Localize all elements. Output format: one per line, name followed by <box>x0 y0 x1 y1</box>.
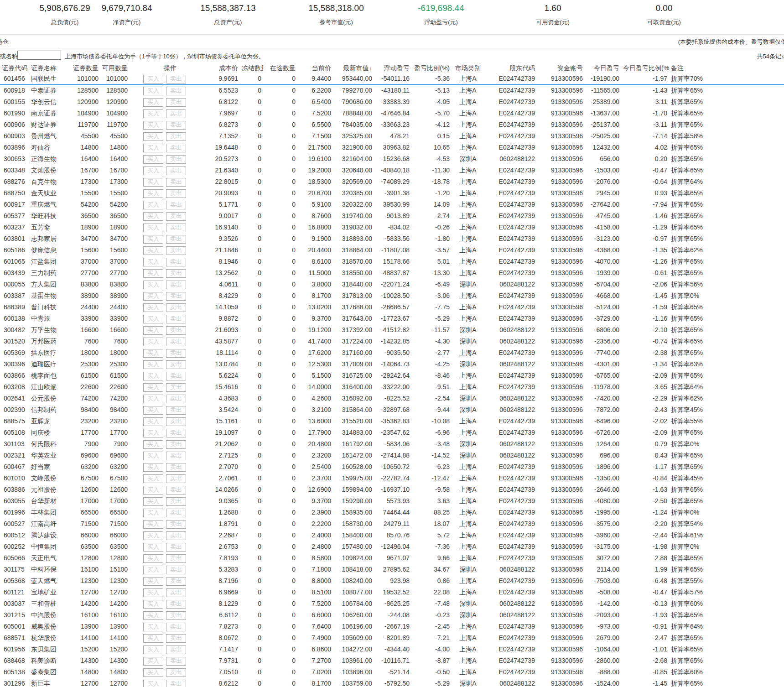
buy-button[interactable]: 买入 <box>143 554 163 563</box>
buy-button[interactable]: 买入 <box>143 406 163 415</box>
table-row[interactable]: 688750金天钛业1550015500买入卖出20.90930020.6700… <box>0 187 784 199</box>
sell-button[interactable]: 卖出 <box>166 98 186 107</box>
sell-button[interactable]: 卖出 <box>166 429 186 437</box>
col-header-0[interactable]: 证券代码 <box>0 63 29 73</box>
table-row[interactable]: 603801志邦家居3470034700买入卖出9.3526009.190031… <box>0 233 784 245</box>
buy-button[interactable]: 买入 <box>143 167 163 175</box>
table-row[interactable]: 601996丰林集团6650066500买入卖出1.2688002.390015… <box>0 507 784 518</box>
buy-button[interactable]: 买入 <box>143 258 163 266</box>
table-row[interactable]: 688389普门科技2440024400买入卖出14.10590013.0200… <box>0 302 784 313</box>
buy-button[interactable]: 买入 <box>143 417 163 426</box>
table-row[interactable]: 601121宝地矿业1270012700买入卖出6.9669008.510010… <box>0 587 784 598</box>
table-row[interactable]: 600467好当家6320063200买入卖出2.7070002.5400160… <box>0 461 784 473</box>
tab-positions[interactable]: 持仓 <box>0 38 9 46</box>
sell-button[interactable]: 卖出 <box>166 395 186 403</box>
buy-button[interactable]: 买入 <box>143 611 163 620</box>
table-row[interactable]: 605377华旺科技3650036500买入卖出9.0017008.760031… <box>0 210 784 222</box>
sell-button[interactable]: 卖出 <box>166 543 186 552</box>
buy-button[interactable]: 买入 <box>143 452 163 460</box>
sell-button[interactable]: 卖出 <box>166 144 186 152</box>
buy-button[interactable]: 买入 <box>143 212 163 221</box>
buy-button[interactable]: 买入 <box>143 281 163 289</box>
table-row[interactable]: 300482万孚生物1660016600买入卖出21.60930019.1200… <box>0 324 784 336</box>
buy-button[interactable]: 买入 <box>143 600 163 609</box>
table-row[interactable]: 603348文灿股份1670016700买入卖出21.63400019.2000… <box>0 165 784 176</box>
sell-button[interactable]: 卖出 <box>166 178 186 187</box>
table-row[interactable]: 603208江山欧派2260022600买入卖出15.46160014.0000… <box>0 381 784 393</box>
table-row[interactable]: 603439三力制药2770027700买入卖出13.25620011.5000… <box>0 267 784 279</box>
sell-button[interactable]: 卖出 <box>166 577 186 586</box>
table-row[interactable]: 600527江南高纤7150071500买入卖出1.8791002.220015… <box>0 518 784 530</box>
col-header-2[interactable]: 证券数量 <box>71 63 100 73</box>
sell-button[interactable]: 卖出 <box>166 155 186 164</box>
col-header-17[interactable]: 备注 <box>669 63 784 73</box>
buy-button[interactable]: 买入 <box>143 224 163 232</box>
buy-button[interactable]: 买入 <box>143 360 163 369</box>
col-header-6[interactable]: 冻结数量 <box>240 63 263 73</box>
table-row[interactable]: 301520万邦医药76007600买入卖出43.58770041.740031… <box>0 336 784 347</box>
buy-button[interactable]: 买入 <box>143 269 163 278</box>
table-row[interactable]: 601990南京证券104900104900买入卖出7.9697007.5200… <box>0 108 784 119</box>
sell-button[interactable]: 卖出 <box>166 303 186 312</box>
col-header-12[interactable]: 市场类别 <box>452 63 484 73</box>
buy-button[interactable]: 买入 <box>143 588 163 597</box>
table-row[interactable]: 601956东贝集团1520015200买入卖出7.1417006.860010… <box>0 644 784 655</box>
buy-button[interactable]: 买入 <box>143 395 163 403</box>
sell-button[interactable]: 卖出 <box>166 292 186 301</box>
sell-button[interactable]: 卖出 <box>166 623 186 631</box>
col-header-10[interactable]: 浮动盈亏 <box>374 63 411 73</box>
buy-button[interactable]: 买入 <box>143 121 163 130</box>
sell-button[interactable]: 卖出 <box>166 326 186 335</box>
table-row[interactable]: 605368蓝天燃气1230012300买入卖出8.7196008.800010… <box>0 575 784 587</box>
sell-button[interactable]: 卖出 <box>166 121 186 130</box>
sell-button[interactable]: 卖出 <box>166 132 186 141</box>
table-row[interactable]: 605186健麾信息1560015600买入卖出21.18460020.4400… <box>0 245 784 256</box>
buy-button[interactable]: 买入 <box>143 303 163 312</box>
buy-button[interactable]: 买入 <box>143 235 163 244</box>
buy-button[interactable]: 买入 <box>143 246 163 255</box>
sell-button[interactable]: 卖出 <box>166 383 186 392</box>
buy-button[interactable]: 买入 <box>143 189 163 198</box>
table-row[interactable]: 600903贵州燃气4550045500买入卖出7.1352007.150032… <box>0 130 784 142</box>
table-row[interactable]: 603866桃李面包6150061500买入卖出5.6224005.150031… <box>0 370 784 381</box>
table-row[interactable]: 688468科美诊断1430014300买入卖出7.9731007.270010… <box>0 655 784 666</box>
col-header-4[interactable]: 操作 <box>130 63 211 73</box>
buy-button[interactable]: 买入 <box>143 87 163 95</box>
col-header-9[interactable]: 最新市值↓ <box>333 63 374 73</box>
sell-button[interactable]: 卖出 <box>166 258 186 266</box>
sell-button[interactable]: 卖出 <box>166 338 186 346</box>
col-header-1[interactable]: 证券名称 <box>29 63 71 73</box>
table-row[interactable]: 688575亚辉龙2320023200买入卖出15.11610013.60003… <box>0 416 784 427</box>
table-row[interactable]: 605369拱东医疗1800018000买入卖出18.11140017.6200… <box>0 347 784 359</box>
table-row[interactable]: 000055方大集团8380083800买入卖出4.0611003.800031… <box>0 279 784 290</box>
table-row[interactable]: 002641公元股份7420074200买入卖出4.3683004.260031… <box>0 393 784 404</box>
search-input[interactable] <box>17 51 61 60</box>
buy-button[interactable]: 买入 <box>143 201 163 209</box>
sell-button[interactable]: 卖出 <box>166 189 186 198</box>
col-header-3[interactable]: 可用数量 <box>100 63 130 73</box>
buy-button[interactable]: 买入 <box>143 577 163 586</box>
table-row[interactable]: 300396迪瑞医疗2530025300买入卖出13.07840012.5300… <box>0 359 784 370</box>
table-row[interactable]: 603055台华新材1700017000买入卖出9.0365009.370015… <box>0 495 784 507</box>
sell-button[interactable]: 卖出 <box>166 349 186 358</box>
col-header-5[interactable]: 成本价 <box>211 63 240 73</box>
buy-button[interactable]: 买入 <box>143 531 163 540</box>
sell-button[interactable]: 卖出 <box>166 224 186 232</box>
buy-button[interactable]: 买入 <box>143 315 163 323</box>
sell-button[interactable]: 卖出 <box>166 201 186 209</box>
col-header-8[interactable]: 当前价 <box>297 63 333 73</box>
buy-button[interactable]: 买入 <box>143 372 163 380</box>
sell-button[interactable]: 卖出 <box>166 212 186 221</box>
table-row[interactable]: 300653正海生物1640016400买入卖出20.52730019.6100… <box>0 153 784 165</box>
buy-button[interactable]: 买入 <box>143 645 163 654</box>
buy-button[interactable]: 买入 <box>143 144 163 152</box>
table-row[interactable]: 605138盛泰集团1480014800买入卖出7.0510007.020010… <box>0 666 784 678</box>
sell-button[interactable]: 卖出 <box>166 600 186 609</box>
table-row[interactable]: 301103何氏眼科79007900买入卖出21.20620020.480016… <box>0 438 784 450</box>
buy-button[interactable]: 买入 <box>143 668 163 677</box>
sell-button[interactable]: 卖出 <box>166 281 186 289</box>
sell-button[interactable]: 卖出 <box>166 554 186 563</box>
buy-button[interactable]: 买入 <box>143 657 163 666</box>
sell-button[interactable]: 卖出 <box>166 611 186 620</box>
sell-button[interactable]: 卖出 <box>166 360 186 369</box>
